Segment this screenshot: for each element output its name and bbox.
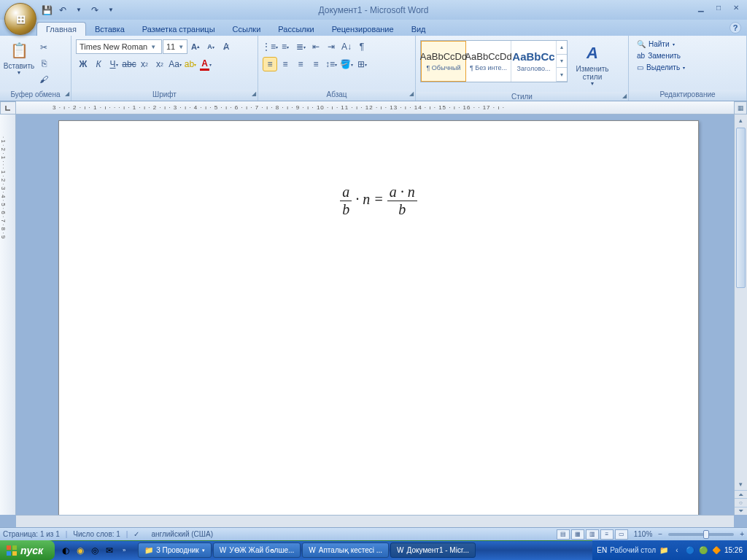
style-nospacing[interactable]: AaBbCcDd ¶ Без инте... [466,41,511,82]
word-count[interactable]: Число слов: 1 [73,530,120,538]
format-painter-icon[interactable]: 🖌 [36,72,51,87]
redo-icon[interactable]: ↷ [88,3,102,18]
equation[interactable]: a b ∙ n = a ∙ n b [125,184,632,218]
subscript-icon[interactable]: x2 [137,57,152,71]
undo-dropdown-icon[interactable]: ▼ [71,3,86,18]
undo-icon[interactable]: ↶ [55,3,70,18]
office-button[interactable]: ⊞ [4,3,36,35]
task-word-doc2[interactable]: WАпталық кестесі ... [302,542,389,558]
next-page-icon[interactable]: ⏷ [735,507,747,515]
align-center-icon[interactable]: ≡ [278,57,293,71]
ql-icon[interactable]: ◉ [74,544,87,557]
horizontal-scrollbar[interactable] [16,515,734,528]
scroll-down-icon[interactable]: ▾ [735,478,747,490]
vertical-ruler[interactable]: · 1 · 2 · 1 · · · 1 · 2 · 3 · 4 · 5 · 6 … [0,114,16,515]
language-indicator[interactable]: EN [597,546,607,554]
tab-references[interactable]: Ссылки [224,23,270,36]
tab-selector[interactable] [0,101,16,114]
page[interactable]: a b ∙ n = a ∙ n b [58,120,699,515]
minimize-button[interactable]: ▁ [693,1,709,13]
qat-customize-icon[interactable]: ▼ [104,3,118,18]
save-icon[interactable]: 💾 [39,3,54,18]
zoom-level[interactable]: 110% [634,530,653,538]
style-expand[interactable]: ▾ [557,68,567,82]
line-spacing-icon[interactable]: ↕≡▾ [324,57,338,71]
numbering-icon[interactable]: ≡▾ [278,39,293,54]
web-view[interactable]: ▥ [586,529,599,540]
print-layout-view[interactable]: ▤ [557,529,570,540]
scroll-thumb[interactable] [736,128,746,288]
outline-view[interactable]: ≡ [600,529,614,540]
style-normal[interactable]: AaBbCcDd ¶ Обычный [421,41,466,82]
underline-icon[interactable]: Ч▾ [107,57,121,71]
tab-view[interactable]: Вид [403,23,435,36]
change-styles-button[interactable]: A Изменить стили ▼ [570,40,614,89]
tab-mailings[interactable]: Рассылки [269,23,322,36]
clear-format-icon[interactable]: A̷ [219,39,233,54]
page-status[interactable]: Страница: 1 из 1 [3,530,60,538]
style-scroll-up[interactable]: ▴ [557,41,567,55]
decrease-indent-icon[interactable]: ⇤ [309,39,323,54]
cut-icon[interactable]: ✂ [36,40,51,55]
find-button[interactable]: 🔍Найти▾ [635,39,687,50]
zoom-slider[interactable] [668,533,734,536]
highlight-icon[interactable]: ab▾ [183,57,198,71]
grow-font-icon[interactable]: A▴ [188,39,203,54]
strike-icon[interactable]: abc [122,57,136,71]
font-size-combo[interactable]: 11▼ [163,39,187,54]
maximize-button[interactable]: □ [711,1,727,13]
tray-icon[interactable]: 📁 [659,545,669,556]
italic-icon[interactable]: К [91,57,106,71]
justify-icon[interactable]: ≡ [309,57,323,71]
increase-indent-icon[interactable]: ⇥ [324,39,338,54]
prev-page-icon[interactable]: ⏶ [735,490,747,498]
fullscreen-view[interactable]: ▦ [571,529,584,540]
task-explorer[interactable]: 📁3 Проводник▾ [138,542,212,558]
shading-icon[interactable]: 🪣▾ [339,57,354,71]
horizontal-ruler[interactable]: 3 · ı · 2 · ı · 1 · ı · · · ı · 1 · ı · … [16,101,734,114]
help-icon[interactable]: ? [729,22,741,34]
shrink-font-icon[interactable]: A▾ [204,39,218,54]
bold-icon[interactable]: Ж [76,57,90,71]
replace-button[interactable]: abЗаменить [635,50,687,61]
align-right-icon[interactable]: ≡ [293,57,308,71]
font-color-icon[interactable]: A▾ [198,57,213,71]
draft-view[interactable]: ▭ [615,529,628,540]
task-word-active[interactable]: WДокумент1 - Micr... [390,542,476,558]
browse-object-icon[interactable]: ○ [735,498,747,506]
tab-review[interactable]: Рецензирование [323,23,403,36]
borders-icon[interactable]: ⊞▾ [355,57,369,71]
ql-icon[interactable]: ✉ [103,544,116,557]
ql-expand-icon[interactable]: » [117,544,131,557]
copy-icon[interactable]: ⎘ [36,56,51,71]
task-word-doc1[interactable]: WУӨЖ Жай бөлше... [213,542,301,558]
multilevel-icon[interactable]: ≣▾ [293,39,308,54]
font-launcher[interactable]: ◢ [252,90,256,97]
tray-expand-icon[interactable]: ‹ [672,545,682,556]
sort-icon[interactable]: A↓ [339,39,354,54]
tray-icon[interactable]: 🟢 [698,545,708,556]
tab-insert[interactable]: Вставка [86,23,133,36]
zoom-thumb[interactable] [703,530,709,539]
spellcheck-icon[interactable]: ✓ [133,530,139,538]
vertical-scrollbar[interactable]: ▴ ▾ ⏶ ○ ⏷ [734,114,747,515]
ql-chrome-icon[interactable]: ◎ [88,544,101,557]
clipboard-launcher[interactable]: ◢ [65,90,69,97]
start-button[interactable]: пуск [0,540,55,560]
tab-page-layout[interactable]: Разметка страницы [133,23,224,36]
style-heading1[interactable]: AaBbCc Заголово... [511,41,557,82]
bullets-icon[interactable]: ⋮≡▾ [263,39,277,54]
align-left-icon[interactable]: ≡ [263,57,277,71]
language-status[interactable]: английский (США) [151,530,213,538]
zoom-out-icon[interactable]: − [658,530,662,538]
paragraph-launcher[interactable]: ◢ [409,90,414,97]
ruler-toggle[interactable]: ▦ [734,101,747,114]
tray-icon[interactable]: 🔶 [711,545,721,556]
tab-home[interactable]: Главная [36,22,86,36]
scroll-up-icon[interactable]: ▴ [735,114,747,126]
tray-icon[interactable]: 🔵 [685,545,695,556]
show-marks-icon[interactable]: ¶ [355,39,369,54]
font-name-combo[interactable]: Times New Roman▼ [76,39,162,54]
superscript-icon[interactable]: x2 [152,57,167,71]
ql-icon[interactable]: ◐ [59,544,72,557]
